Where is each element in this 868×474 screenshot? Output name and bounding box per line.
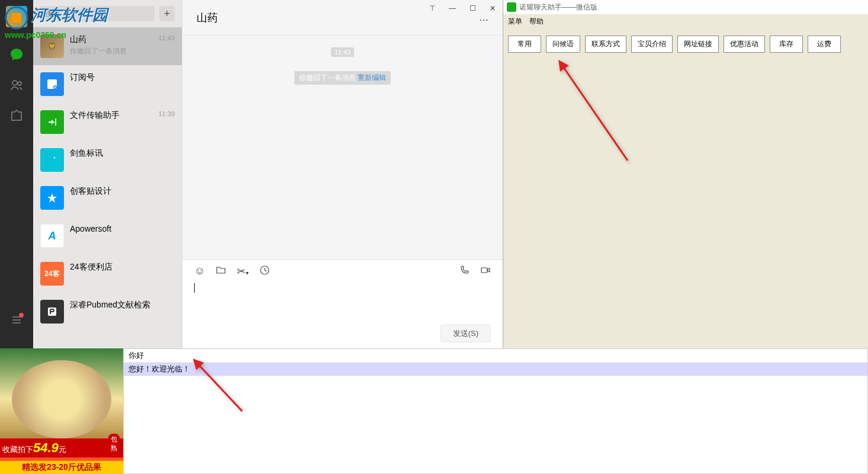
message-input[interactable] (182, 283, 503, 325)
advertisement[interactable]: 收藏拍下54.9元 精选发23-20斤优品果 爆甜 包熟 (0, 348, 123, 474)
chat-avatar (40, 110, 64, 134)
category-promo[interactable]: 优惠活动 (724, 36, 765, 53)
chat-avatar (40, 186, 64, 210)
reply-row-0[interactable]: 你好 (124, 349, 867, 363)
send-button[interactable]: 发送(S) (441, 325, 491, 342)
chat-name: 24客便利店 (70, 262, 175, 273)
time-badge: 11:43 (331, 47, 355, 57)
close-button[interactable]: ✕ (483, 0, 503, 17)
phone-icon[interactable] (459, 265, 470, 278)
svg-line-13 (562, 66, 628, 161)
assistant-titlebar: 诺耀聊天助手——微信版 (503, 0, 868, 14)
chat-item-5[interactable]: A Apowersoft (33, 217, 182, 255)
chat-item-1[interactable]: 订阅号 (33, 65, 182, 103)
chat-title: 山药 (197, 11, 218, 25)
ad-badge-2: 包熟 (108, 434, 120, 454)
chat-time: 11:39 (158, 110, 175, 117)
svg-rect-11 (481, 268, 487, 273)
assistant-content (503, 60, 868, 348)
chat-list-panel: + 🦁 山药 你撤回了一条消息 11:43 订阅号 文件传 (33, 0, 182, 348)
chat-avatar (40, 72, 64, 96)
menu-item-menu[interactable]: 菜单 (508, 17, 522, 27)
chat-item-0[interactable]: 🦁 山药 你撤回了一条消息 11:43 (33, 27, 182, 65)
svg-point-3 (18, 82, 21, 85)
chat-tab-icon[interactable] (9, 47, 24, 62)
pin-button[interactable]: ⊤ (422, 0, 442, 17)
favorites-tab-icon[interactable] (9, 109, 24, 123)
chat-preview: 你撤回了一条消息 (70, 46, 175, 56)
chat-avatar (40, 148, 64, 172)
folder-icon[interactable] (216, 265, 226, 278)
maximize-button[interactable]: ☐ (462, 0, 483, 17)
chat-item-2[interactable]: 文件传输助手 11:39 (33, 103, 182, 141)
category-links[interactable]: 网址链接 (677, 36, 719, 53)
category-toolbar: 常用 问候语 联系方式 宝贝介绍 网址链接 优惠活动 库存 运费 (503, 28, 868, 60)
messages-area: 11:43 你撤回了一条消息 重新编辑 (182, 36, 503, 260)
user-avatar[interactable] (6, 6, 27, 27)
annotation-arrow-1 (551, 60, 634, 169)
contacts-tab-icon[interactable] (9, 78, 24, 92)
menu-icon[interactable] (9, 314, 24, 328)
bottom-panel: 收藏拍下54.9元 精选发23-20斤优品果 爆甜 包熟 你好 您好！欢迎光临！ (0, 348, 868, 474)
re-edit-link[interactable]: 重新编辑 (358, 73, 386, 82)
system-message: 你撤回了一条消息 重新编辑 (294, 71, 391, 85)
chat-name: 剑鱼标讯 (70, 148, 175, 159)
chat-name: 创客贴设计 (70, 186, 175, 197)
search-input[interactable] (40, 6, 155, 21)
chat-item-3[interactable]: 剑鱼标讯 (33, 141, 182, 179)
assistant-menubar: 菜单 帮助 (503, 14, 868, 28)
chat-time: 11:43 (158, 34, 175, 41)
chat-item-6[interactable]: 24客 24客便利店 (33, 255, 182, 293)
menu-item-help[interactable]: 帮助 (529, 17, 544, 27)
category-product[interactable]: 宝贝介绍 (631, 36, 673, 53)
svg-point-2 (12, 81, 17, 85)
video-icon[interactable] (480, 265, 491, 278)
chat-name: Apowersoft (70, 224, 175, 233)
chat-avatar (40, 300, 64, 324)
category-contact[interactable]: 联系方式 (585, 36, 626, 53)
chat-name: 深睿Pubmed文献检索 (70, 300, 175, 310)
category-common[interactable]: 常用 (508, 36, 541, 53)
category-stock[interactable]: 库存 (770, 36, 803, 53)
main-sidebar (0, 0, 33, 348)
add-button[interactable]: + (159, 6, 175, 21)
chat-avatar: 🦁 (40, 34, 64, 58)
chat-item-7[interactable]: 深睿Pubmed文献检索 (33, 293, 182, 331)
chat-item-4[interactable]: 创客贴设计 (33, 179, 182, 217)
chat-window: ⊤ — ☐ ✕ 山药 ⋯ 11:43 你撤回了一条消息 重新编辑 ☺ (182, 0, 503, 348)
quick-reply-panel: 你好 您好！欢迎光临！ (123, 348, 868, 474)
assistant-window: 诺耀聊天助手——微信版 菜单 帮助 常用 问候语 联系方式 宝贝介绍 网址链接 … (503, 0, 868, 348)
chat-name: 订阅号 (70, 72, 175, 83)
category-shipping[interactable]: 运费 (808, 36, 841, 53)
notification-dot (19, 313, 24, 318)
chat-avatar: A (40, 224, 64, 248)
category-greeting[interactable]: 问候语 (546, 36, 580, 53)
reply-row-1[interactable]: 您好！欢迎光临！ (124, 363, 867, 376)
chat-avatar: 24客 (40, 262, 64, 286)
minimize-button[interactable]: — (442, 0, 462, 17)
emoji-icon[interactable]: ☺ (194, 265, 205, 278)
history-icon[interactable] (259, 265, 270, 278)
app-icon (507, 2, 516, 12)
scissors-icon[interactable]: ✂▾ (237, 265, 249, 278)
